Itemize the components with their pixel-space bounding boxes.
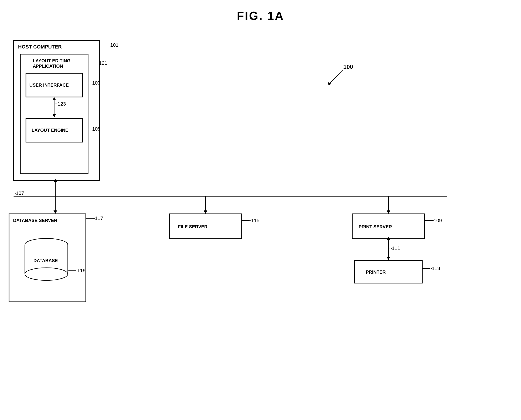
svg-rect-52 — [352, 214, 425, 239]
svg-text:LAYOUT ENGINE: LAYOUT ENGINE — [32, 128, 69, 133]
svg-text:APPLICATION: APPLICATION — [33, 64, 63, 68]
svg-text:117: 117 — [95, 215, 103, 221]
svg-marker-59 — [387, 257, 390, 260]
svg-text:121: 121 — [99, 60, 107, 66]
svg-text:~: ~ — [429, 265, 432, 271]
svg-rect-5 — [20, 54, 88, 174]
svg-rect-10 — [26, 73, 82, 97]
svg-text:100: 100 — [343, 63, 353, 70]
svg-text:113: 113 — [432, 265, 440, 271]
svg-text:~: ~ — [92, 215, 95, 221]
svg-marker-27 — [54, 210, 57, 214]
svg-text:~: ~ — [249, 218, 252, 223]
svg-text:101: 101 — [110, 42, 118, 48]
svg-text:119: 119 — [77, 268, 86, 273]
diagram-title: FIG. 1A — [0, 0, 521, 22]
svg-text:~: ~ — [14, 190, 16, 196]
svg-marker-51 — [387, 210, 390, 214]
svg-text:DATABASE: DATABASE — [33, 258, 58, 263]
svg-text:PRINTER: PRINTER — [366, 270, 386, 275]
svg-text:DATABASE SERVER: DATABASE SERVER — [13, 218, 57, 223]
svg-text:107: 107 — [16, 190, 24, 196]
svg-point-35 — [25, 238, 68, 251]
svg-text:LAYOUT EDITING: LAYOUT EDITING — [33, 58, 70, 63]
svg-marker-44 — [204, 210, 207, 214]
svg-rect-45 — [169, 214, 242, 239]
svg-text:PRINT SERVER: PRINT SERVER — [359, 224, 392, 229]
svg-text:~: ~ — [431, 218, 434, 223]
svg-marker-69 — [328, 82, 332, 85]
svg-rect-0 — [14, 41, 99, 180]
svg-rect-62 — [355, 261, 422, 283]
svg-line-68 — [330, 70, 343, 83]
svg-text:111: 111 — [392, 245, 400, 251]
diagram-svg: HOST COMPUTER 101 LAYOUT EDITING APPLICA… — [0, 0, 521, 420]
svg-text:~: ~ — [55, 101, 58, 107]
svg-text:~: ~ — [389, 245, 392, 251]
svg-text:105: 105 — [92, 126, 101, 132]
svg-text:123: 123 — [58, 101, 66, 107]
svg-marker-16 — [52, 114, 56, 117]
svg-marker-24 — [54, 179, 57, 182]
svg-text:115: 115 — [251, 218, 259, 223]
svg-text:USER INTERFACE: USER INTERFACE — [29, 82, 69, 88]
svg-point-39 — [25, 268, 68, 280]
svg-text:HOST COMPUTER: HOST COMPUTER — [18, 44, 62, 50]
svg-rect-30 — [9, 214, 86, 302]
svg-text:FILE SERVER: FILE SERVER — [178, 224, 208, 229]
svg-rect-19 — [26, 118, 82, 142]
svg-marker-58 — [387, 237, 390, 240]
svg-text:109: 109 — [434, 218, 442, 223]
svg-marker-15 — [52, 97, 56, 100]
svg-rect-36 — [25, 245, 68, 274]
svg-text:103: 103 — [92, 80, 101, 86]
